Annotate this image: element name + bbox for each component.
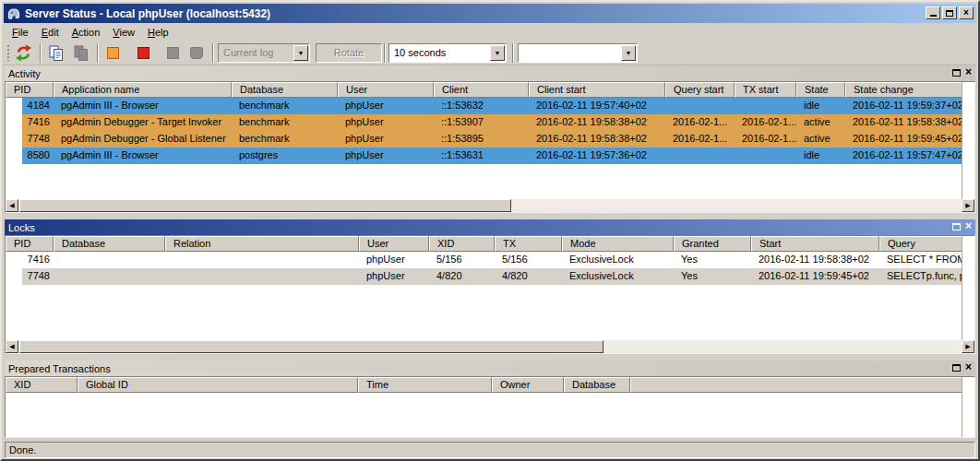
- cell-app: pgAdmin III - Browser: [54, 98, 232, 114]
- column-header[interactable]: State change: [845, 82, 967, 98]
- scroll-thumb[interactable]: [19, 340, 604, 353]
- cell-user: phpUser: [338, 131, 434, 148]
- cell-state: active: [796, 114, 845, 131]
- column-header[interactable]: Database: [54, 236, 165, 252]
- terminate-backend-icon: [137, 47, 149, 59]
- column-header[interactable]: Query start: [665, 82, 735, 98]
- maximize-pane-icon[interactable]: [952, 223, 961, 230]
- toolbar-separator: [40, 43, 42, 63]
- table-row[interactable]: 7416pgAdmin Debugger - Target Invokerben…: [6, 114, 974, 131]
- cell-client: ::1:53632: [434, 98, 529, 114]
- scroll-left-icon[interactable]: ◀: [6, 340, 18, 353]
- column-header[interactable]: Application name: [54, 82, 232, 98]
- scroll-right-icon[interactable]: ▶: [962, 340, 974, 353]
- column-header[interactable]: User: [359, 236, 429, 252]
- column-header[interactable]: Database: [232, 82, 338, 98]
- horizontal-scrollbar[interactable]: ◀ ▶: [6, 199, 974, 212]
- scroll-right-icon[interactable]: ▶: [962, 199, 974, 212]
- menu-edit[interactable]: Edit: [35, 25, 66, 40]
- locks-caption[interactable]: Locks ×: [5, 219, 975, 235]
- cell-pid: 8580: [6, 148, 54, 164]
- table-row[interactable]: 7416phpUser5/1565/156ExclusiveLockYes201…: [6, 252, 974, 268]
- cell-tx: 4/820: [495, 268, 562, 285]
- table-row[interactable]: 7748phpUser4/8204/820ExclusiveLockYes201…: [6, 268, 974, 285]
- copy-button[interactable]: [45, 42, 67, 64]
- menu-view[interactable]: View: [106, 25, 141, 40]
- menu-help[interactable]: Help: [141, 25, 175, 40]
- column-header[interactable]: Owner: [492, 377, 564, 393]
- menu-action[interactable]: Action: [66, 25, 107, 40]
- column-header[interactable]: Start: [751, 236, 879, 252]
- title-bar[interactable]: Server Status - Local phpUser (localhost…: [4, 4, 976, 23]
- column-header[interactable]: Database: [564, 377, 630, 393]
- cell-xid: 5/156: [429, 252, 495, 268]
- column-header[interactable]: PID: [6, 82, 54, 98]
- cell-user: phpUser: [359, 252, 429, 268]
- column-header[interactable]: Granted: [674, 236, 751, 252]
- chevron-down-icon[interactable]: ▼: [490, 45, 505, 61]
- scroll-left-icon[interactable]: ◀: [6, 199, 18, 212]
- terminate-backend-button[interactable]: [132, 42, 154, 64]
- column-header[interactable]: XID: [429, 236, 495, 252]
- toolbar-separator: [212, 43, 214, 63]
- chevron-down-icon[interactable]: ▼: [293, 45, 308, 61]
- chevron-down-icon[interactable]: ▼: [621, 45, 636, 61]
- menu-file[interactable]: File: [6, 25, 35, 40]
- paste-button-disabled[interactable]: [70, 42, 92, 64]
- minimize-icon: [930, 15, 937, 17]
- cell-app: pgAdmin III - Browser: [54, 148, 232, 164]
- close-pane-icon[interactable]: ×: [965, 221, 972, 231]
- rotate-button-disabled[interactable]: Rotate: [316, 43, 382, 63]
- column-header[interactable]: State: [796, 82, 845, 98]
- logfile-combobox[interactable]: Current log ▼: [218, 43, 310, 63]
- column-header[interactable]: Time: [358, 377, 492, 393]
- column-header[interactable]: User: [338, 82, 434, 98]
- column-header[interactable]: PID: [6, 236, 54, 252]
- column-header[interactable]: Client: [434, 82, 529, 98]
- cell-tx_start: 2016-02-1...: [735, 114, 796, 131]
- minimize-button[interactable]: [926, 6, 940, 19]
- close-pane-icon[interactable]: ×: [965, 362, 972, 372]
- rollback-prepared-button-disabled[interactable]: [185, 42, 208, 64]
- table-row[interactable]: 7748pgAdmin Debugger - Global Listenerbe…: [6, 131, 974, 148]
- cancel-query-button[interactable]: [102, 42, 124, 64]
- column-header[interactable]: Mode: [562, 236, 674, 252]
- activity-panel: Activity × PIDApplication nameDatabaseUs…: [5, 65, 975, 213]
- maximize-pane-icon[interactable]: [952, 364, 961, 372]
- activity-caption[interactable]: Activity ×: [5, 65, 975, 81]
- column-header[interactable]: Client start: [529, 82, 665, 98]
- toolbar-grip[interactable]: [7, 45, 9, 61]
- close-button[interactable]: ×: [959, 6, 974, 19]
- column-header[interactable]: TX start: [735, 82, 796, 98]
- column-header[interactable]: Query: [879, 236, 967, 252]
- refresh-interval-combobox[interactable]: 10 seconds ▼: [388, 43, 507, 63]
- cell-db: [54, 268, 165, 285]
- table-row[interactable]: 4184pgAdmin III - BrowserbenchmarkphpUse…: [6, 98, 974, 114]
- refresh-button[interactable]: [12, 42, 34, 64]
- horizontal-scrollbar[interactable]: ◀ ▶: [6, 340, 974, 353]
- commit-prepared-button-disabled[interactable]: [161, 42, 184, 64]
- table-row[interactable]: 8580pgAdmin III - BrowserpostgresphpUser…: [6, 148, 974, 164]
- cell-pid: 7748: [6, 131, 54, 148]
- cell-start: 2016-02-11 19:59:45+02: [751, 268, 879, 285]
- column-header[interactable]: XID: [6, 377, 78, 393]
- table-header: PIDDatabaseRelationUserXIDTXModeGrantedS…: [6, 236, 974, 252]
- cell-state: active: [796, 131, 845, 148]
- column-header[interactable]: Global ID: [78, 377, 358, 393]
- prepared-transactions-caption[interactable]: Prepared Transactions ×: [5, 361, 975, 376]
- maximize-pane-icon[interactable]: [952, 69, 961, 77]
- prepared-transactions-panel: Prepared Transactions × XIDGlobal IDTime…: [5, 361, 975, 438]
- maximize-button[interactable]: [942, 6, 957, 19]
- column-header[interactable]: Relation: [165, 236, 359, 252]
- cell-state: idle: [796, 98, 845, 114]
- extra-combobox[interactable]: ▼: [518, 43, 638, 63]
- close-pane-icon[interactable]: ×: [965, 67, 972, 77]
- cell-db: postgres: [232, 148, 338, 164]
- scroll-thumb[interactable]: [19, 199, 511, 212]
- close-icon: ×: [963, 8, 969, 18]
- menu-label: elp: [155, 27, 169, 38]
- cell-granted: Yes: [674, 252, 751, 268]
- cell-user: phpUser: [338, 148, 434, 164]
- column-header-filler[interactable]: [630, 377, 967, 393]
- column-header[interactable]: TX: [495, 236, 562, 252]
